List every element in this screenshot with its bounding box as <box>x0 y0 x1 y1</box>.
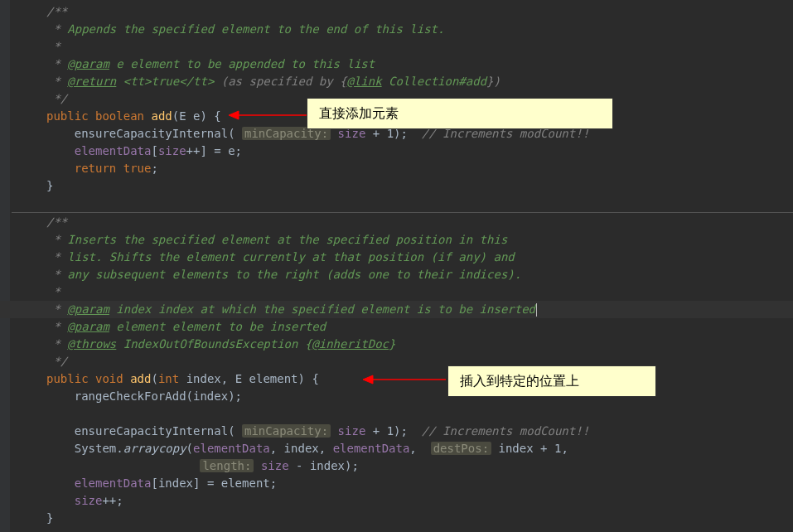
method-call: rangeCheckForAdd <box>75 389 186 403</box>
identifier: index <box>310 459 345 472</box>
doc-tag: @link <box>346 75 381 88</box>
field: size <box>75 494 103 507</box>
field: elementData <box>193 442 270 455</box>
type: E <box>235 372 242 385</box>
param-hint: destPos: <box>431 442 491 455</box>
svg-marker-1 <box>229 111 239 119</box>
code-line[interactable]: elementData[size++] = e; <box>0 143 793 160</box>
doc-text: } <box>389 337 395 351</box>
code-line[interactable]: * Appends the specified element to the e… <box>0 21 793 38</box>
identifier: index <box>193 389 228 403</box>
code-line-caret[interactable]: * @param index index at which the specif… <box>0 301 793 318</box>
doc-tag: @param <box>67 57 109 70</box>
doc-text: e element to be appended to this list <box>109 57 375 70</box>
doc-tag: @throws <box>67 337 116 351</box>
brace: } <box>46 179 53 192</box>
text-cursor <box>536 303 537 317</box>
comment-start: /** <box>46 215 67 229</box>
field: elementData <box>75 144 152 157</box>
identifier: element <box>221 476 270 490</box>
doc-text: Appends the specified element to the end… <box>67 22 444 36</box>
code-line[interactable]: /** <box>0 3 793 21</box>
code-line[interactable] <box>0 405 793 423</box>
keyword: return <box>75 162 117 175</box>
identifier: index <box>284 442 319 455</box>
comment: (as specified by { <box>221 75 347 88</box>
code-line[interactable]: * <box>0 283 793 301</box>
code-line[interactable]: return true; <box>0 160 793 177</box>
arrow-icon <box>363 373 446 386</box>
type: E <box>179 109 186 123</box>
doc-text: IndexOutOfBoundsException { <box>116 337 312 351</box>
annotation-callout-2: 插入到特定的位置上 <box>447 365 656 397</box>
method-name: add <box>151 109 172 123</box>
code-line[interactable]: * @param e element to be appended to thi… <box>0 56 793 73</box>
comment: * <box>46 337 67 351</box>
keyword: public <box>46 372 89 385</box>
comment: * <box>46 302 67 316</box>
doc-text: any subsequent elements to the right (ad… <box>67 268 521 281</box>
code-line[interactable]: System.arraycopy(elementData, index, ele… <box>0 440 793 457</box>
doc-text: element element to be inserted <box>109 320 326 333</box>
code-line[interactable]: * @throws IndexOutOfBoundsException {@in… <box>0 336 793 353</box>
keyword: true <box>123 162 152 175</box>
code-line[interactable]: * @return <tt>true</tt> (as specified by… <box>0 73 793 90</box>
comment: * <box>46 75 67 88</box>
param-hint: minCapacity: <box>242 424 331 438</box>
code-line[interactable]: /** <box>0 214 793 231</box>
param-hint: length: <box>200 459 254 472</box>
identifier: index <box>499 442 534 455</box>
arrow-icon <box>229 109 307 122</box>
field: size <box>261 459 289 472</box>
doc-text: Inserts the specified element at the spe… <box>67 233 507 246</box>
code-line[interactable]: } <box>0 510 793 527</box>
code-line[interactable]: size++; <box>0 492 793 510</box>
brace: } <box>46 511 53 525</box>
method-call: arraycopy <box>123 442 186 455</box>
doc-text: index index at which the specified eleme… <box>109 302 535 316</box>
doc-text: <tt>true</tt> <box>116 75 220 88</box>
code-line[interactable]: * @param element element to be inserted <box>0 318 793 336</box>
code-line[interactable]: ensureCapacityInternal( minCapacity: siz… <box>0 423 793 440</box>
comment: * <box>46 268 67 281</box>
comment-end: */ <box>46 92 67 105</box>
code-line[interactable]: */ <box>0 353 793 370</box>
code-line[interactable]: * list. Shifts the element currently at … <box>0 249 793 266</box>
doc-tag: @param <box>67 320 109 333</box>
code-line[interactable]: elementData[index] = element; <box>0 475 793 492</box>
code-line[interactable]: } <box>0 177 793 195</box>
doc-tag: @return <box>67 75 116 88</box>
keyword: void <box>95 372 123 385</box>
comment: * <box>46 233 67 246</box>
keyword: public <box>46 109 89 123</box>
param: element <box>249 372 298 385</box>
doc-text: Collection#add <box>382 75 486 88</box>
field: elementData <box>75 476 152 490</box>
code-line[interactable]: rangeCheckForAdd(index); <box>0 388 793 405</box>
code-line[interactable]: * Inserts the specified element at the s… <box>0 231 793 249</box>
comment: * <box>46 250 67 264</box>
param: index <box>186 372 221 385</box>
comment-start: /** <box>46 5 67 18</box>
comment: * <box>46 320 67 333</box>
comment: * <box>46 285 60 298</box>
field: elementData <box>333 442 410 455</box>
identifier: e <box>228 144 235 157</box>
keyword: boolean <box>95 109 144 123</box>
number: 1 <box>387 424 394 438</box>
annotation-text: 插入到特定的位置上 <box>460 374 579 388</box>
annotation-callout-1: 直接添加元素 <box>307 98 613 129</box>
code-line[interactable]: length: size - index); <box>0 457 793 475</box>
method-separator <box>12 212 793 213</box>
code-line[interactable] <box>0 195 793 212</box>
field: size <box>338 424 366 438</box>
code-line[interactable]: * <box>0 38 793 56</box>
code-editor[interactable]: /** * Appends the specified element to t… <box>0 0 793 527</box>
doc-text: list. Shifts the element currently at th… <box>67 250 514 264</box>
keyword: int <box>158 372 179 385</box>
class-ref: System <box>75 442 117 455</box>
code-line[interactable]: * any subsequent elements to the right (… <box>0 266 793 283</box>
svg-marker-3 <box>363 375 373 384</box>
line-comment: // Increments modCount!! <box>422 424 589 438</box>
comment: * <box>46 57 67 70</box>
